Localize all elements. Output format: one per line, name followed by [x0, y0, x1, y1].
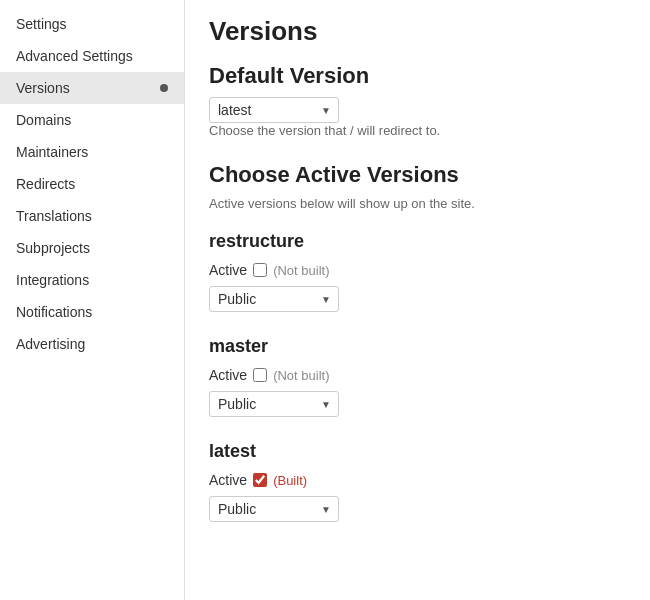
- privacy-select-master[interactable]: PublicPrivate: [209, 391, 339, 417]
- sidebar-item-translations[interactable]: Translations: [0, 200, 184, 232]
- default-version-select[interactable]: lateststablemaster: [209, 97, 339, 123]
- active-row-latest: Active(Built): [209, 472, 626, 488]
- version-block-restructure: restructureActive(Not built)PublicPrivat…: [209, 231, 626, 312]
- sidebar-item-label: Advanced Settings: [16, 48, 133, 64]
- sidebar-item-label: Subprojects: [16, 240, 90, 256]
- status-text-latest: (Built): [273, 473, 307, 488]
- active-checkbox-restructure[interactable]: [253, 263, 267, 277]
- default-version-title: Default Version: [209, 63, 626, 89]
- page-title: Versions: [209, 16, 626, 47]
- sidebar-item-redirects[interactable]: Redirects: [0, 168, 184, 200]
- sidebar-item-label: Domains: [16, 112, 71, 128]
- versions-container: restructureActive(Not built)PublicPrivat…: [209, 231, 626, 522]
- privacy-select-wrapper-latest[interactable]: PublicPrivate▼: [209, 496, 339, 522]
- sidebar-item-settings[interactable]: Settings: [0, 8, 184, 40]
- sidebar-item-label: Redirects: [16, 176, 75, 192]
- active-dot-icon: [160, 84, 168, 92]
- main-content: Versions Default Version lateststablemas…: [185, 0, 650, 600]
- version-title-restructure: restructure: [209, 231, 626, 252]
- active-row-restructure: Active(Not built): [209, 262, 626, 278]
- sidebar-item-label: Integrations: [16, 272, 89, 288]
- sidebar-item-domains[interactable]: Domains: [0, 104, 184, 136]
- privacy-select-latest[interactable]: PublicPrivate: [209, 496, 339, 522]
- sidebar-item-label: Versions: [16, 80, 70, 96]
- privacy-select-wrapper-restructure[interactable]: PublicPrivate▼: [209, 286, 339, 312]
- sidebar-item-advanced-settings[interactable]: Advanced Settings: [0, 40, 184, 72]
- default-version-description: Choose the version that / will redirect …: [209, 123, 626, 138]
- active-label-restructure: Active: [209, 262, 247, 278]
- version-title-latest: latest: [209, 441, 626, 462]
- choose-active-description: Active versions below will show up on th…: [209, 196, 626, 211]
- privacy-select-restructure[interactable]: PublicPrivate: [209, 286, 339, 312]
- sidebar-item-advertising[interactable]: Advertising: [0, 328, 184, 360]
- sidebar-item-label: Settings: [16, 16, 67, 32]
- active-row-master: Active(Not built): [209, 367, 626, 383]
- default-version-select-wrapper[interactable]: lateststablemaster ▼: [209, 97, 339, 123]
- version-block-master: masterActive(Not built)PublicPrivate▼: [209, 336, 626, 417]
- active-checkbox-latest[interactable]: [253, 473, 267, 487]
- sidebar-item-label: Translations: [16, 208, 92, 224]
- sidebar-item-integrations[interactable]: Integrations: [0, 264, 184, 296]
- sidebar: SettingsAdvanced SettingsVersionsDomains…: [0, 0, 185, 600]
- sidebar-item-label: Maintainers: [16, 144, 88, 160]
- version-block-latest: latestActive(Built)PublicPrivate▼: [209, 441, 626, 522]
- status-text-restructure: (Not built): [273, 263, 329, 278]
- sidebar-item-notifications[interactable]: Notifications: [0, 296, 184, 328]
- privacy-select-wrapper-master[interactable]: PublicPrivate▼: [209, 391, 339, 417]
- active-label-latest: Active: [209, 472, 247, 488]
- active-label-master: Active: [209, 367, 247, 383]
- default-version-section: Default Version lateststablemaster ▼ Cho…: [209, 63, 626, 138]
- choose-active-title: Choose Active Versions: [209, 162, 626, 188]
- sidebar-item-maintainers[interactable]: Maintainers: [0, 136, 184, 168]
- active-checkbox-master[interactable]: [253, 368, 267, 382]
- choose-active-section: Choose Active Versions Active versions b…: [209, 162, 626, 211]
- sidebar-item-label: Advertising: [16, 336, 85, 352]
- sidebar-item-subprojects[interactable]: Subprojects: [0, 232, 184, 264]
- sidebar-item-versions[interactable]: Versions: [0, 72, 184, 104]
- version-title-master: master: [209, 336, 626, 357]
- sidebar-item-label: Notifications: [16, 304, 92, 320]
- status-text-master: (Not built): [273, 368, 329, 383]
